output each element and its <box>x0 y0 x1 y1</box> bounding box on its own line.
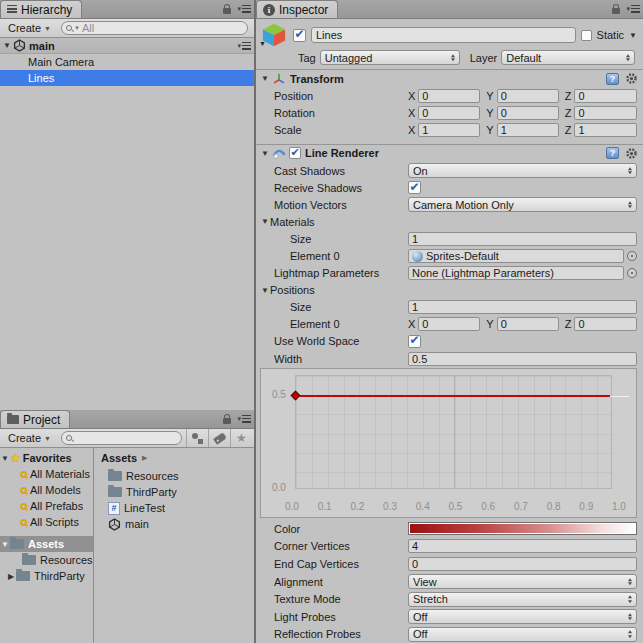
favorite-all-prefabs[interactable]: All Prefabs <box>0 498 93 514</box>
position-z-field[interactable]: 0 <box>574 89 637 103</box>
positions-foldout[interactable]: ▼ Positions <box>256 282 643 299</box>
line-renderer-header[interactable]: ▼ ✔ Line Renderer ? <box>256 145 643 163</box>
hierarchy-search-input[interactable]: ▼ All <box>61 21 248 35</box>
help-icon[interactable]: ? <box>606 73 619 85</box>
scale-row: Scale X1 Y1 Z1 <box>256 122 643 139</box>
object-picker-icon[interactable] <box>627 251 637 261</box>
scene-menu-icon[interactable]: ▾ <box>237 42 251 50</box>
asset-item-resources[interactable]: Resources <box>94 468 254 484</box>
end-cap-vertices-field[interactable]: 0 <box>408 557 637 571</box>
transform-header[interactable]: ▼ Transform ? <box>256 70 643 88</box>
hierarchy-create-button[interactable]: Create ▼ <box>2 19 57 37</box>
search-favorites-button[interactable]: ★ <box>230 429 252 447</box>
favorite-all-materials[interactable]: All Materials <box>0 466 93 482</box>
curve-line[interactable] <box>296 395 610 397</box>
foldout-open-icon[interactable]: ▼ <box>2 41 12 50</box>
static-checkbox[interactable] <box>581 30 592 41</box>
foldout-open-icon[interactable]: ▼ <box>260 74 270 83</box>
point-y-field[interactable]: 0 <box>497 317 559 331</box>
hierarchy-item-lines[interactable]: Lines <box>0 70 254 86</box>
lock-icon[interactable] <box>223 8 231 14</box>
materials-size-field[interactable]: 1 <box>408 232 637 246</box>
project-left-tree: ▼ ★ Favorites All Materials All Models <box>0 448 94 643</box>
light-probes-dropdown[interactable]: Off <box>408 609 637 624</box>
pane-menu-icon[interactable]: ▾ <box>237 415 251 423</box>
position-x-field[interactable]: 0 <box>418 89 480 103</box>
search-by-label-button[interactable] <box>208 429 230 447</box>
material-object-field[interactable]: Sprites-Default <box>408 249 624 263</box>
curve-plot-area[interactable] <box>295 375 612 489</box>
use-world-space-checkbox[interactable]: ✔ <box>408 335 421 348</box>
texture-mode-dropdown[interactable]: Stretch <box>408 592 637 607</box>
gear-icon[interactable] <box>625 72 638 85</box>
help-icon[interactable]: ? <box>606 147 619 159</box>
cast-shadows-dropdown[interactable]: On <box>408 163 637 178</box>
gear-icon[interactable] <box>625 147 638 160</box>
breadcrumb[interactable]: Assets ▶ <box>94 450 254 466</box>
pane-menu-icon[interactable]: ▾ <box>626 5 640 13</box>
tree-item-assets[interactable]: ▼ Assets <box>0 536 93 552</box>
tab-project[interactable]: Project <box>0 410 70 428</box>
reflection-probes-row: Reflection Probes Off <box>256 625 643 643</box>
favorite-all-scripts[interactable]: All Scripts <box>0 514 93 530</box>
tag-dropdown[interactable]: Untagged <box>320 50 460 65</box>
asset-item-thirdparty[interactable]: ThirdParty <box>94 484 254 500</box>
lightmap-object-field[interactable]: None (Lightmap Parameters) <box>408 266 624 280</box>
project-toolbar: Create ▼ ★ <box>0 429 254 448</box>
active-checkbox[interactable]: ✔ <box>293 29 306 42</box>
object-picker-icon[interactable] <box>627 268 637 278</box>
point-x-field[interactable]: 0 <box>418 317 480 331</box>
reflection-probes-dropdown[interactable]: Off <box>408 627 637 642</box>
foldout-open-icon[interactable]: ▼ <box>0 540 10 549</box>
component-enabled-checkbox[interactable]: ✔ <box>289 147 301 159</box>
project-search-input[interactable] <box>61 431 182 445</box>
favorite-all-models[interactable]: All Models <box>0 482 93 498</box>
width-field[interactable]: 0.5 <box>408 352 637 366</box>
scale-z-field[interactable]: 1 <box>574 123 637 137</box>
position-y-field[interactable]: 0 <box>497 89 559 103</box>
tree-item-resources[interactable]: Resources <box>0 552 93 568</box>
rotation-row: Rotation X0 Y0 Z0 <box>256 105 643 122</box>
rotation-x-field[interactable]: 0 <box>418 106 480 120</box>
positions-size-field[interactable]: 1 <box>408 300 637 314</box>
scene-row-main[interactable]: ▼ main ▾ <box>0 38 254 54</box>
inspector-tabstrip: i Inspector ▾ <box>256 0 643 19</box>
rotation-y-field[interactable]: 0 <box>497 106 559 120</box>
tree-item-thirdparty[interactable]: ▶ ThirdParty <box>0 568 93 584</box>
search-by-type-button[interactable] <box>186 429 208 447</box>
layer-dropdown[interactable]: Default <box>501 50 635 65</box>
point-z-field[interactable]: 0 <box>574 317 637 331</box>
favorites-root[interactable]: ▼ ★ Favorites <box>0 450 93 466</box>
foldout-open-icon[interactable]: ▼ <box>0 454 10 463</box>
pane-menu-icon[interactable]: ▾ <box>237 5 251 13</box>
gameobject-cube-icon[interactable]: ▼ <box>260 22 288 48</box>
tab-inspector[interactable]: i Inspector <box>256 0 338 18</box>
gameobject-name-field[interactable]: Lines <box>311 27 576 43</box>
foldout-open-icon[interactable]: ▼ <box>260 149 270 158</box>
materials-foldout[interactable]: ▼ Materials <box>256 213 643 230</box>
rotation-z-field[interactable]: 0 <box>574 106 637 120</box>
color-gradient-field[interactable] <box>408 522 637 535</box>
foldout-open-icon[interactable]: ▼ <box>260 217 270 226</box>
hierarchy-item-main-camera[interactable]: Main Camera <box>0 54 254 70</box>
scale-x-field[interactable]: 1 <box>418 123 480 137</box>
lock-icon[interactable] <box>612 8 620 14</box>
texture-mode-row: Texture Mode Stretch <box>256 590 643 608</box>
dropdown-arrows-icon <box>628 595 632 603</box>
asset-item-linetest[interactable]: # LineTest <box>94 500 254 516</box>
static-dropdown-icon[interactable]: ▼ <box>629 31 637 40</box>
project-create-button[interactable]: Create ▼ <box>2 429 57 447</box>
favorite-label: All Prefabs <box>30 500 83 512</box>
corner-vertices-field[interactable]: 4 <box>408 539 637 553</box>
receive-shadows-checkbox[interactable]: ✔ <box>408 181 421 194</box>
asset-item-main[interactable]: main <box>94 516 254 532</box>
positions-size-row: Size 1 <box>256 299 643 316</box>
width-curve-editor[interactable]: 0.5 0.0 0.00.10.20.30.40.50.60.70.80.91.… <box>260 368 637 518</box>
scale-y-field[interactable]: 1 <box>497 123 559 137</box>
tab-hierarchy[interactable]: Hierarchy <box>0 0 82 18</box>
lock-icon[interactable] <box>223 418 231 424</box>
motion-vectors-dropdown[interactable]: Camera Motion Only <box>408 197 637 212</box>
foldout-open-icon[interactable]: ▼ <box>260 286 270 295</box>
alignment-dropdown[interactable]: View <box>408 574 637 589</box>
foldout-closed-icon[interactable]: ▶ <box>6 572 16 581</box>
